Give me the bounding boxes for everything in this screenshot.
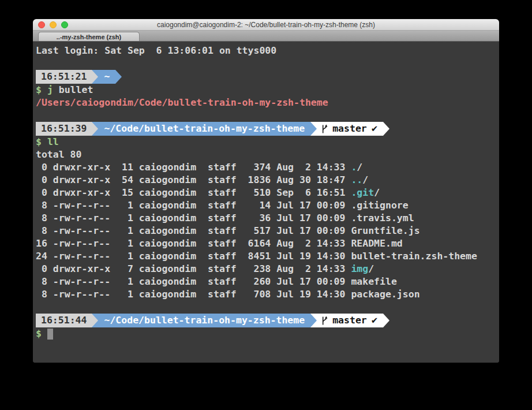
git-branch-name: master bbox=[332, 314, 367, 327]
input-line[interactable]: $ bbox=[36, 327, 499, 340]
git-branch-icon bbox=[321, 124, 328, 134]
powerline-arrow-icon bbox=[310, 314, 317, 327]
ls-row-meta: 8 -rw-r--r-- 1 caiogondim staff 14 Jul 1… bbox=[36, 200, 351, 211]
prompt-char: $ bbox=[36, 84, 42, 95]
ls-row-meta: 0 drwxr-xr-x 54 caiogondim staff 1836 Au… bbox=[36, 174, 351, 185]
prompt-dir-segment: ~ bbox=[98, 70, 115, 84]
ls-row-name: .. bbox=[351, 174, 362, 185]
ls-row: 8 -rw-r--r-- 1 caiogondim staff 260 Jul … bbox=[36, 275, 499, 288]
ls-row: 8 -rw-r--r-- 1 caiogondim staff 14 Jul 1… bbox=[36, 199, 499, 212]
prompt-dir-segment: ~/Code/bullet-train-oh-my-zsh-theme bbox=[98, 314, 310, 327]
ls-row-meta: 8 -rw-r--r-- 1 caiogondim staff 36 Jul 1… bbox=[36, 213, 351, 223]
ls-row: 0 drwxr-xr-x 7 caiogondim staff 238 Aug … bbox=[36, 263, 499, 275]
ls-total-line: total 80 bbox=[36, 148, 499, 161]
ls-row: 8 -rw-r--r-- 1 caiogondim staff 36 Jul 1… bbox=[36, 212, 499, 225]
prompt-char: $ bbox=[36, 328, 42, 339]
git-branch-name: master bbox=[332, 122, 367, 136]
zoom-button[interactable] bbox=[61, 21, 68, 28]
ls-row-name: Gruntfile.js bbox=[351, 225, 419, 236]
titlebar[interactable]: caiogondim@caiogondim-2: ~/Code/bullet-t… bbox=[33, 19, 499, 31]
terminal-content[interactable]: Last login: Sat Sep 6 13:06:01 on ttys00… bbox=[33, 42, 499, 363]
prompt-time-segment: 16:51:39 bbox=[36, 122, 92, 136]
ls-row-name: makefile bbox=[351, 276, 396, 287]
blank-line bbox=[36, 57, 499, 70]
ls-row-name: .git bbox=[351, 187, 374, 198]
ls-row-name: .travis.yml bbox=[351, 213, 414, 223]
ls-row: 0 drwxr-xr-x 15 caiogondim staff 510 Sep… bbox=[36, 187, 499, 199]
tab-bar: ..-my-zsh-theme (zsh) bbox=[33, 31, 499, 42]
powerline-arrow-icon bbox=[115, 70, 122, 84]
git-branch-icon bbox=[321, 316, 328, 326]
powerline-arrow-icon bbox=[310, 122, 317, 136]
command-line-1: $j bullet bbox=[36, 84, 499, 96]
command-args: bullet bbox=[53, 84, 93, 95]
powerline-arrow-icon bbox=[383, 122, 389, 136]
ls-row-name: package.json bbox=[351, 289, 419, 300]
prompt-time-segment: 16:51:21 bbox=[36, 70, 92, 84]
command-line-2: $ll bbox=[36, 136, 499, 148]
last-login-line: Last login: Sat Sep 6 13:06:01 on ttys00… bbox=[36, 44, 499, 57]
tab-label: ..-my-zsh-theme (zsh) bbox=[57, 33, 121, 40]
terminal-window: caiogondim@caiogondim-2: ~/Code/bullet-t… bbox=[33, 19, 499, 363]
prompt-git-segment: master ✔ bbox=[317, 122, 383, 136]
ls-row-name: .gitignore bbox=[351, 200, 408, 211]
blank-line bbox=[36, 109, 499, 122]
ls-row-name: README.md bbox=[351, 238, 402, 249]
window-title: caiogondim@caiogondim-2: ~/Code/bullet-t… bbox=[33, 19, 499, 31]
minimize-button[interactable] bbox=[50, 21, 57, 28]
powerline-arrow-icon bbox=[92, 70, 98, 84]
powerline-arrow-icon bbox=[383, 314, 389, 327]
ls-row: 8 -rw-r--r-- 1 caiogondim staff 708 Jul … bbox=[36, 288, 499, 301]
ls-row: 16 -rw-r--r-- 1 caiogondim staff 6164 Au… bbox=[36, 237, 499, 250]
ls-row-meta: 0 drwxr-xr-x 15 caiogondim staff 510 Sep… bbox=[36, 187, 351, 198]
prompt-line-2: 16:51:39 ~/Code/bullet-train-oh-my-zsh-t… bbox=[36, 122, 499, 136]
git-clean-check-icon: ✔ bbox=[371, 314, 379, 327]
ls-row-meta: 16 -rw-r--r-- 1 caiogondim staff 6164 Au… bbox=[36, 238, 351, 249]
close-button[interactable] bbox=[38, 21, 45, 28]
powerline-arrow-icon bbox=[92, 122, 98, 136]
tab-active[interactable]: ..-my-zsh-theme (zsh) bbox=[38, 32, 140, 41]
command-name: ll bbox=[47, 136, 59, 147]
prompt-dir-segment: ~/Code/bullet-train-oh-my-zsh-theme bbox=[98, 122, 310, 136]
prompt-git-segment: master ✔ bbox=[317, 314, 383, 327]
prompt-line-1: 16:51:21 ~ bbox=[36, 70, 499, 84]
ls-row-meta: 8 -rw-r--r-- 1 caiogondim staff 517 Jul … bbox=[36, 225, 351, 236]
blank-line bbox=[36, 301, 499, 314]
ls-row-meta: 8 -rw-r--r-- 1 caiogondim staff 708 Jul … bbox=[36, 289, 351, 300]
ls-row-meta: 8 -rw-r--r-- 1 caiogondim staff 260 Jul … bbox=[36, 276, 351, 287]
jump-output-line: /Users/caiogondim/Code/bullet-train-oh-m… bbox=[36, 96, 499, 109]
ls-row-suffix: / bbox=[357, 162, 362, 173]
command-name: j bbox=[47, 84, 53, 95]
ls-row-suffix: / bbox=[362, 174, 368, 185]
ls-row-meta: 0 drwxr-xr-x 7 caiogondim staff 238 Aug … bbox=[36, 263, 351, 274]
git-clean-check-icon: ✔ bbox=[371, 122, 379, 136]
ls-row: 8 -rw-r--r-- 1 caiogondim staff 517 Jul … bbox=[36, 225, 499, 237]
traffic-lights bbox=[38, 21, 68, 28]
ls-row-name: . bbox=[351, 162, 357, 173]
ls-row-name: img bbox=[351, 263, 368, 274]
ls-row-suffix: / bbox=[368, 263, 374, 274]
text-cursor bbox=[47, 329, 53, 340]
prompt-line-3: 16:51:44 ~/Code/bullet-train-oh-my-zsh-t… bbox=[36, 314, 499, 327]
ls-row-meta: 0 drwxr-xr-x 11 caiogondim staff 374 Aug… bbox=[36, 162, 351, 173]
ls-row: 24 -rw-r--r-- 1 caiogondim staff 8451 Ju… bbox=[36, 250, 499, 263]
powerline-arrow-icon bbox=[92, 314, 98, 327]
prompt-time-segment: 16:51:44 bbox=[36, 314, 92, 327]
prompt-char: $ bbox=[36, 136, 42, 147]
ls-row: 0 drwxr-xr-x 11 caiogondim staff 374 Aug… bbox=[36, 161, 499, 174]
ls-row-meta: 24 -rw-r--r-- 1 caiogondim staff 8451 Ju… bbox=[36, 251, 351, 262]
ls-row: 0 drwxr-xr-x 54 caiogondim staff 1836 Au… bbox=[36, 174, 499, 187]
ls-row-suffix: / bbox=[374, 187, 380, 198]
ls-row-name: bullet-train.zsh-theme bbox=[351, 251, 477, 262]
